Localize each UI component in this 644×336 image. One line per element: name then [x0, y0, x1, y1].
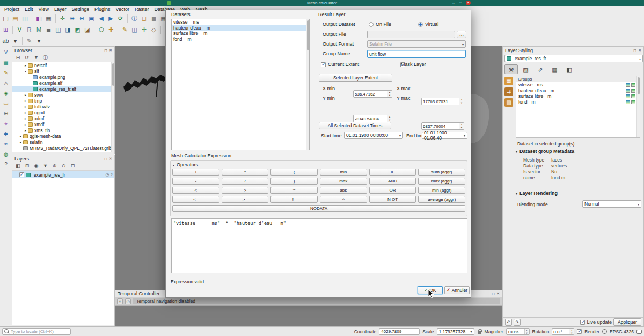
dataset-item-vitesse[interactable]: vitessems: [172, 19, 309, 25]
locate-bar[interactable]: [2, 328, 71, 335]
menu-vector[interactable]: Vector: [113, 6, 132, 12]
expander-icon[interactable]: ▸: [18, 140, 23, 144]
grid-tool-icon[interactable]: ⊞: [2, 109, 10, 118]
save-edits-icon[interactable]: ◫: [130, 25, 139, 34]
help-tool-icon[interactable]: ?: [2, 160, 10, 169]
spin-down-icon[interactable]: ▼: [569, 332, 574, 334]
temporal-close-icon[interactable]: ✕: [117, 298, 123, 304]
new-shapefile-icon[interactable]: ✚: [106, 25, 115, 34]
styling-layer-combo[interactable]: example_res_fr ▾: [504, 55, 643, 62]
operator-and-button[interactable]: AND: [369, 178, 416, 185]
operator-divide-button[interactable]: /: [222, 178, 269, 185]
expander-icon[interactable]: ▸: [23, 105, 28, 108]
blending-mode-combo[interactable]: Normal ▾: [582, 200, 641, 208]
mesh-digitizing-icon[interactable]: ▦: [2, 59, 10, 67]
operator-close-paren-button[interactable]: ): [270, 178, 318, 185]
coordinate-field[interactable]: [379, 328, 420, 335]
operator-minus-button[interactable]: -: [172, 178, 219, 185]
vertex-tool-icon[interactable]: ◇: [149, 25, 158, 34]
refresh-icon[interactable]: ⟳: [116, 14, 125, 23]
selected-layer-extent-button[interactable]: Selected Layer Extent: [319, 74, 392, 82]
browser-item-tmp[interactable]: ▸tmp: [12, 98, 114, 104]
menu-settings[interactable]: Settings: [69, 6, 92, 12]
float-panel-icon[interactable]: ◻: [492, 291, 495, 296]
spin-down-icon[interactable]: ▼: [525, 332, 529, 334]
operator-less-equal-button[interactable]: <=: [172, 196, 219, 203]
add-delimited-text-icon[interactable]: ≣: [44, 25, 53, 34]
add-mesh-layer-icon[interactable]: M: [34, 25, 43, 34]
operators-toggle[interactable]: ▾ Operators: [171, 161, 467, 169]
close-window-icon[interactable]: ✕: [466, 1, 471, 5]
style-redo-icon[interactable]: ↷: [514, 319, 521, 326]
browser-item-xdmf[interactable]: ▸xdmf: [12, 115, 114, 121]
dialog-titlebar[interactable]: Mesh calculator ⌄ ⌃ ✕: [0, 0, 644, 6]
filter-legend-icon[interactable]: ▼: [42, 163, 49, 170]
nodata-button[interactable]: NODATA: [172, 205, 465, 212]
color-ramp-button[interactable]: [626, 94, 630, 98]
menu-raster[interactable]: Raster: [132, 6, 152, 12]
capture-coordinates-icon[interactable]: ✱: [2, 130, 10, 138]
mesh-groups-icon[interactable]: ▦: [504, 77, 513, 85]
style-manager-icon[interactable]: ◧: [34, 14, 43, 23]
browser-item-example-res-fr-slf[interactable]: example_res_fr.slf: [12, 86, 114, 92]
all-dataset-times-button[interactable]: All Selected Dataset Times: [319, 122, 391, 129]
xmax-input[interactable]: [422, 98, 458, 105]
georeferencer-icon[interactable]: ⌖: [2, 120, 10, 128]
styling-group-surface-libre[interactable]: surface librem: [516, 93, 640, 99]
zoom-next-icon[interactable]: ▶: [106, 14, 115, 23]
styling-group-hauteur-d-eau[interactable]: hauteur d'eaum: [516, 88, 640, 94]
menu-layer[interactable]: Layer: [52, 6, 69, 12]
browser-item-ugrid[interactable]: ▸ugrid: [12, 109, 114, 115]
operator-multiply-button[interactable]: *: [222, 169, 269, 176]
refresh-icon[interactable]: ⟳: [24, 54, 31, 61]
vector-arrows-icon[interactable]: ⇉: [504, 87, 513, 96]
expander-icon[interactable]: ▸: [23, 111, 28, 114]
render-checkbox[interactable]: [577, 329, 582, 334]
label-options-icon[interactable]: ab: [1, 36, 10, 46]
close-panel-icon[interactable]: ✕: [109, 157, 112, 161]
globe-tool-icon[interactable]: ◍: [2, 150, 10, 159]
browser-item-example-png[interactable]: example.png: [12, 74, 114, 80]
dataset-item-surface-libre[interactable]: surface librem: [172, 31, 309, 36]
crs-value[interactable]: EPSG:4326: [610, 329, 634, 334]
dataset-item-fond[interactable]: fondm: [172, 36, 309, 42]
temporal-mode-icon[interactable]: ◷: [125, 298, 131, 304]
start-time-combo[interactable]: 01.01.1900 00:00:00 ▾: [344, 132, 403, 139]
add-feature-icon[interactable]: ✛: [140, 25, 149, 34]
locate-input[interactable]: [11, 329, 70, 334]
add-spatialite-icon[interactable]: ◨: [63, 25, 72, 34]
data-source-manager-icon[interactable]: ⊞: [1, 25, 10, 34]
shade-icon[interactable]: ⌄: [452, 1, 455, 5]
contours-toggle-button[interactable]: [631, 100, 635, 104]
on-file-radio[interactable]: [369, 22, 374, 27]
filter-browser-icon[interactable]: ▼: [33, 54, 40, 61]
float-panel-icon[interactable]: ◻: [104, 157, 107, 161]
maximize-icon[interactable]: ⌃: [459, 1, 462, 5]
layout-manager-icon[interactable]: ▦: [44, 14, 53, 23]
contours-toggle-button[interactable]: [631, 94, 635, 98]
operator-n-ot-button[interactable]: N OT: [369, 196, 416, 203]
operator-or-button[interactable]: OR: [369, 187, 416, 194]
operator-min-aggr-button[interactable]: min (aggr): [418, 187, 465, 194]
select-region-icon[interactable]: ▭: [2, 99, 10, 108]
ymin-input[interactable]: [354, 115, 386, 122]
add-group-icon[interactable]: ⊞: [24, 163, 31, 170]
virtual-radio[interactable]: [418, 22, 423, 27]
label-dropdown-icon[interactable]: ▾: [11, 36, 20, 46]
output-file-input[interactable]: [369, 32, 453, 37]
output-format-combo[interactable]: Selafin File ▾: [367, 40, 466, 48]
operator-power-button[interactable]: ^: [320, 196, 367, 203]
tab-rendering[interactable]: ▦: [548, 64, 561, 74]
browser-item-xmdf[interactable]: ▸xmdf: [12, 121, 114, 127]
annotation-icon[interactable]: ✎: [25, 36, 34, 46]
tab-3d[interactable]: ◧: [562, 64, 576, 74]
browser-scrollbar[interactable]: [111, 62, 114, 152]
rotation-input[interactable]: [552, 329, 568, 334]
add-raster-layer-icon[interactable]: R: [25, 25, 34, 34]
collapse-all-icon[interactable]: ⊟: [14, 54, 21, 61]
ymax-input[interactable]: [422, 123, 458, 129]
expander-icon[interactable]: ▾: [23, 69, 28, 73]
color-ramp-button[interactable]: [626, 100, 630, 104]
color-ramp-button[interactable]: [626, 89, 630, 93]
operator-plus-button[interactable]: +: [172, 169, 219, 176]
